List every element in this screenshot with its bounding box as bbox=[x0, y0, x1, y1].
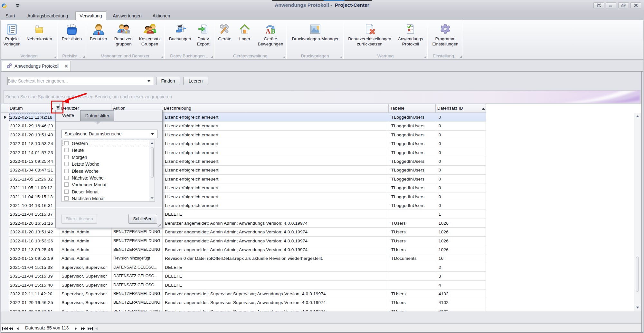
svg-text:B: B bbox=[271, 27, 275, 35]
svg-text:A: A bbox=[266, 27, 271, 35]
